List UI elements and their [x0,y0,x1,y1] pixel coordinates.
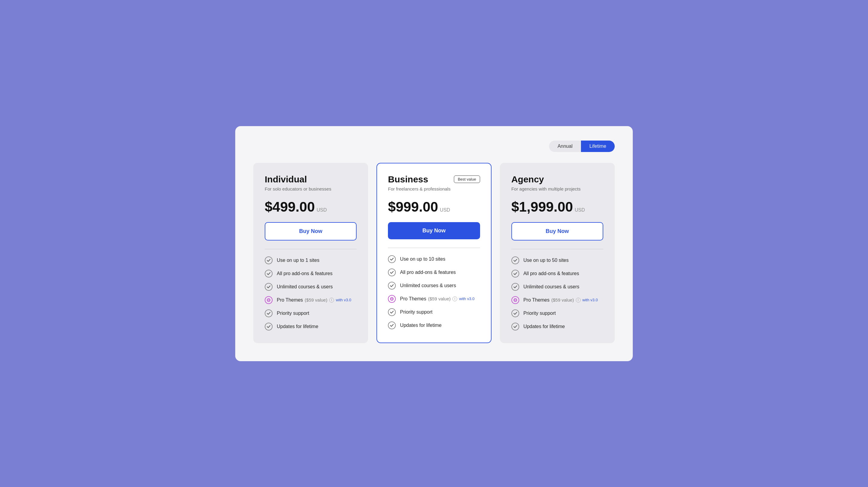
feature-item-agency-3: Pro Themes($59 value)iwith v3.0 [512,296,603,304]
plan-name-agency: Agency [512,174,544,185]
best-value-badge: Best value [454,175,480,183]
buy-button-business[interactable]: Buy Now [388,222,480,239]
plan-name-business: Business [388,174,428,185]
feature-item-agency-5: Updates for lifetime [512,323,603,330]
feature-text-individual-4: Priority support [277,311,309,316]
check-icon [388,268,396,276]
feature-text-business-3: Pro Themes($59 value)iwith v3.0 [400,296,474,301]
feature-text-individual-3: Pro Themes($59 value)iwith v3.0 [277,297,351,303]
check-icon [512,270,519,278]
feature-value-text-business-3: ($59 value) [428,296,451,301]
plan-price-individual: $499.00USD [265,199,356,215]
buy-button-individual[interactable]: Buy Now [265,222,356,240]
price-amount-individual: $499.00 [265,199,315,215]
feature-item-individual-5: Updates for lifetime [265,323,356,330]
feature-item-individual-0: Use on up to 1 sites [265,256,356,264]
feature-with-text-individual-3: with v3.0 [336,298,351,302]
feature-item-business-3: Pro Themes($59 value)iwith v3.0 [388,295,480,303]
feature-text-agency-1: All pro add-ons & features [523,271,579,276]
check-icon [265,310,273,317]
divider-individual [265,249,356,249]
feature-text-individual-5: Updates for lifetime [277,324,318,329]
plan-card-agency: AgencyFor agencies with multiple project… [500,163,615,343]
check-icon [512,283,519,291]
feature-item-individual-2: Unlimited courses & users [265,283,356,291]
check-icon [388,321,396,329]
check-icon [265,270,273,278]
price-currency-agency: USD [575,207,585,213]
feature-text-agency-3: Pro Themes($59 value)iwith v3.0 [523,297,598,303]
plan-desc-business: For freelancers & professionals [388,186,480,191]
feature-text-individual-1: All pro add-ons & features [277,271,333,276]
feature-text-agency-2: Unlimited courses & users [523,284,580,290]
feature-item-business-1: All pro add-ons & features [388,268,480,276]
feature-text-business-4: Priority support [400,310,433,315]
feature-main-text-individual-3: Pro Themes [277,297,303,303]
check-icon [388,282,396,290]
plan-header-agency: AgencyFor agencies with multiple project… [512,174,603,191]
info-icon[interactable]: i [453,296,457,301]
plan-title-row-individual: Individual [265,174,356,185]
feature-text-agency-5: Updates for lifetime [523,324,565,329]
feature-text-business-1: All pro add-ons & features [400,270,456,275]
check-icon [388,308,396,316]
plan-header-business: BusinessBest valueFor freelancers & prof… [388,174,480,191]
feature-value-text-individual-3: ($59 value) [305,297,328,302]
pro-themes-icon [265,296,273,304]
buy-button-agency[interactable]: Buy Now [512,222,603,240]
check-icon [512,323,519,330]
feature-item-business-0: Use on up to 10 sites [388,255,480,263]
feature-text-individual-2: Unlimited courses & users [277,284,333,290]
feature-item-agency-0: Use on up to 50 sites [512,256,603,264]
plan-title-row-agency: Agency [512,174,603,185]
feature-item-individual-4: Priority support [265,310,356,317]
feature-text-agency-0: Use on up to 50 sites [523,258,569,263]
price-currency-individual: USD [316,207,327,213]
features-list-agency: Use on up to 50 sitesAll pro add-ons & f… [512,256,603,330]
info-icon[interactable]: i [576,298,581,302]
plan-price-agency: $1,999.00USD [512,199,603,215]
price-currency-business: USD [440,207,450,213]
feature-item-business-2: Unlimited courses & users [388,282,480,290]
feature-item-agency-1: All pro add-ons & features [512,270,603,278]
check-icon [388,255,396,263]
feature-main-text-agency-3: Pro Themes [523,297,550,303]
feature-item-agency-4: Priority support [512,310,603,317]
lifetime-toggle-button[interactable]: Lifetime [581,140,615,152]
feature-item-business-4: Priority support [388,308,480,316]
price-amount-agency: $1,999.00 [512,199,573,215]
check-icon [512,310,519,317]
check-icon [265,323,273,330]
feature-with-text-agency-3: with v3.0 [583,298,598,302]
plan-title-row-business: BusinessBest value [388,174,480,185]
plan-desc-agency: For agencies with multiple projects [512,186,603,191]
divider-agency [512,249,603,249]
feature-item-individual-3: Pro Themes($59 value)iwith v3.0 [265,296,356,304]
plans-container: IndividualFor solo educators or business… [253,163,615,343]
check-icon [265,283,273,291]
plan-name-individual: Individual [265,174,307,185]
plan-desc-individual: For solo educators or businesses [265,186,356,191]
feature-item-agency-2: Unlimited courses & users [512,283,603,291]
billing-toggle: Annual Lifetime [253,140,615,152]
feature-value-text-agency-3: ($59 value) [552,297,574,302]
features-list-business: Use on up to 10 sitesAll pro add-ons & f… [388,255,480,329]
feature-item-business-5: Updates for lifetime [388,321,480,329]
check-icon [265,256,273,264]
plan-card-individual: IndividualFor solo educators or business… [253,163,368,343]
feature-item-individual-1: All pro add-ons & features [265,270,356,278]
plan-header-individual: IndividualFor solo educators or business… [265,174,356,191]
check-icon [512,256,519,264]
pro-themes-icon [388,295,396,303]
plan-price-business: $999.00USD [388,199,480,215]
feature-text-business-2: Unlimited courses & users [400,283,456,288]
info-icon[interactable]: i [329,298,334,302]
pricing-container: Annual Lifetime IndividualFor solo educa… [235,126,633,361]
feature-main-text-business-3: Pro Themes [400,296,426,301]
price-amount-business: $999.00 [388,199,438,215]
feature-text-business-5: Updates for lifetime [400,323,441,328]
feature-text-business-0: Use on up to 10 sites [400,256,445,262]
annual-toggle-button[interactable]: Annual [549,140,581,152]
plan-card-business: BusinessBest valueFor freelancers & prof… [376,163,491,343]
features-list-individual: Use on up to 1 sitesAll pro add-ons & fe… [265,256,356,330]
